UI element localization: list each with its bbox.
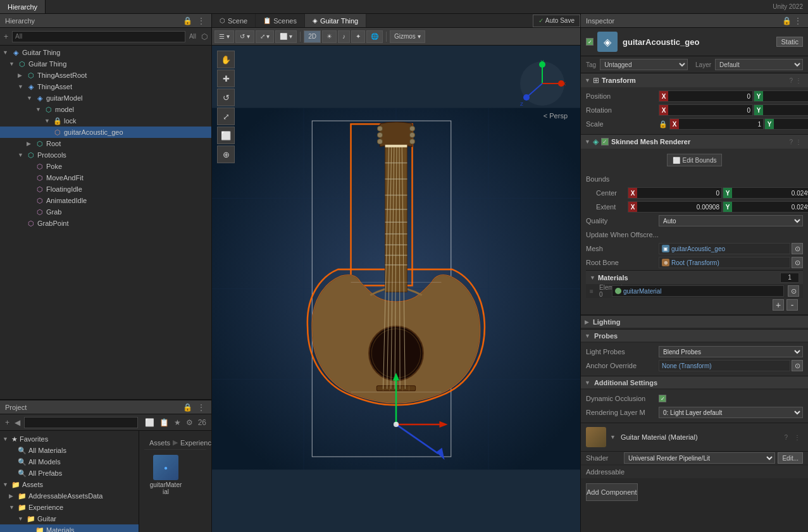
scene-tool-2d[interactable]: 2D	[304, 30, 321, 43]
scene-gizmos-btn[interactable]: Gizmos ▾	[390, 30, 425, 43]
tree-item-floating-idle[interactable]: ⬡ FloatingIdle	[0, 183, 211, 195]
transform-header[interactable]: ▼ ⊞ Transform ? ⋮	[581, 73, 808, 87]
bounds-extent-x-input[interactable]	[637, 202, 721, 212]
project-lock-btn[interactable]: 🔒	[182, 403, 194, 412]
scene-tool-rotate-btn[interactable]: ↺	[217, 89, 235, 106]
assets-materials-folder[interactable]: 📁 Materials	[0, 524, 139, 532]
shader-edit-btn[interactable]: Edit...	[778, 452, 803, 464]
tree-item-grab-point[interactable]: ⬡ GrabPoint	[0, 218, 211, 229]
rotation-y-input[interactable]	[763, 105, 808, 115]
tree-item-thing-asset-root[interactable]: ▶ ⬡ ThingAssetRoot	[0, 70, 211, 81]
assets-guitar[interactable]: ▼ 📁 Guitar	[0, 513, 139, 524]
rotation-x-input[interactable]	[668, 105, 752, 115]
tree-item-move-and-fit[interactable]: ⬡ MoveAndFit	[0, 172, 211, 183]
tree-item-guitar-model[interactable]: ▼ ◈ guitarModel	[0, 92, 211, 104]
materials-add-btn[interactable]: +	[773, 299, 784, 311]
favorites-all-models[interactable]: 🔍 All Models	[0, 456, 139, 467]
favorites-all-prefabs[interactable]: 🔍 All Prefabs	[0, 467, 139, 479]
hierarchy-lock-btn[interactable]: 🔒	[182, 16, 194, 25]
bounds-center-x-input[interactable]	[637, 188, 721, 198]
hierarchy-menu-btn[interactable]: ⋮	[196, 16, 206, 25]
project-add-btn[interactable]: +	[4, 418, 11, 427]
scene-tab-scenes[interactable]: 📋 Scenes	[256, 14, 305, 27]
asset-item-guitar-material[interactable]: ● guitarMaterial	[147, 452, 185, 498]
project-grid-btn[interactable]: ⬜	[144, 418, 156, 427]
project-search-input[interactable]	[24, 417, 138, 428]
tag-select[interactable]: Untagged	[600, 59, 688, 70]
quality-select[interactable]: Auto	[659, 215, 803, 226]
lighting-section-header[interactable]: ▶ Lighting	[581, 315, 808, 328]
favorites-all-materials[interactable]: 🔍 All Materials	[0, 445, 139, 456]
scene-tool-rect-btn[interactable]: ⬜	[217, 127, 235, 144]
transform-settings[interactable]: ⋮	[795, 77, 802, 84]
scene-tool-light[interactable]: ☀	[322, 30, 337, 43]
shader-select[interactable]: Universal Render Pipeline/Lit	[624, 452, 775, 464]
scene-tool-rect[interactable]: ⬜ ▾	[275, 30, 297, 43]
transform-help[interactable]: ?	[789, 77, 793, 84]
bounds-center-y-input[interactable]	[732, 188, 808, 198]
project-menu-btn[interactable]: ⋮	[196, 403, 206, 412]
assets-root[interactable]: ▼ 📁 Assets	[0, 479, 139, 490]
skinned-mesh-enabled[interactable]: ✓	[601, 138, 609, 145]
scene-tool-scale-btn[interactable]: ⤢	[217, 108, 235, 125]
hierarchy-collapse-btn[interactable]: ⬡	[200, 32, 209, 41]
scene-tab-guitar-thing[interactable]: ◈ Guitar Thing	[305, 14, 366, 27]
anchor-override-link-btn[interactable]: ⊙	[792, 360, 803, 371]
scene-tab-scene[interactable]: ⬡ Scene	[212, 14, 256, 27]
tree-item-model[interactable]: ▼ ⬡ model	[0, 104, 211, 115]
mesh-link-btn[interactable]: ⊙	[792, 243, 803, 254]
assets-addressable[interactable]: ▶ 📁 AddressableAssetsData	[0, 490, 139, 502]
additional-settings-header[interactable]: ▼ Additional Settings	[581, 376, 808, 388]
gameobject-enabled-checkbox[interactable]: ✓	[586, 38, 594, 46]
scale-y-input[interactable]	[774, 119, 808, 129]
tree-item-thing-asset[interactable]: ▼ ◈ ThingAsset	[0, 81, 211, 92]
scene-view[interactable]: ✋ ✚ ↺ ⤢ ⬜ ⊕ Y X	[212, 46, 580, 532]
position-x-input[interactable]	[668, 91, 752, 101]
scene-tool-rotate[interactable]: ↺ ▾	[235, 30, 254, 43]
skinned-mesh-settings[interactable]: ⋮	[795, 139, 802, 145]
scene-tool-hand[interactable]: ✋	[217, 51, 235, 68]
bounds-extent-y-input[interactable]	[732, 202, 808, 212]
inspector-menu-btn[interactable]: ⋮	[793, 16, 803, 25]
material-select-btn[interactable]: ⊙	[788, 285, 799, 297]
tree-item-protocols[interactable]: ▼ ⬡ Protocols	[0, 149, 211, 161]
add-component-btn[interactable]: Add Component	[586, 483, 638, 501]
tree-item-grab[interactable]: ⬡ Grab	[0, 206, 211, 218]
tab-hierarchy[interactable]: Hierarchy	[0, 0, 45, 13]
material-drag-handle[interactable]: ≡	[590, 288, 597, 295]
assets-experience[interactable]: ▼ 📁 Experience	[0, 502, 139, 513]
project-settings-btn[interactable]: ⚙	[185, 418, 194, 427]
inspector-lock-btn[interactable]: 🔒	[781, 16, 793, 25]
crumb-experience[interactable]: Experience	[180, 439, 211, 447]
project-back-btn[interactable]: ◀	[13, 418, 22, 427]
tree-item-guitar-acoustic[interactable]: ⬡ guitarAcoustic_geo	[0, 127, 211, 138]
tree-item-root[interactable]: ▶ ⬡ Root	[0, 138, 211, 149]
root-bone-link-btn[interactable]: ⊙	[792, 257, 803, 268]
auto-save-btn[interactable]: ✓ Auto Save	[533, 15, 580, 27]
scale-lock-icon[interactable]: 🔒	[659, 120, 668, 128]
scene-tool-move[interactable]: ✚	[217, 70, 235, 87]
hierarchy-filter-btn[interactable]: All	[188, 33, 197, 40]
tree-item-animated-idle[interactable]: ⬡ AnimatedIdle	[0, 195, 211, 206]
dynamic-occlusion-checkbox[interactable]: ✓	[659, 395, 666, 402]
guitar-mat-settings[interactable]: ⋮	[794, 434, 800, 441]
hierarchy-search-input[interactable]	[12, 31, 185, 42]
tree-item-guitar-thing-child[interactable]: ▼ ⬡ Guitar Thing	[0, 58, 211, 70]
probes-section-header[interactable]: ▼ Probes	[581, 329, 808, 342]
light-probes-select[interactable]: Blend Probes	[659, 346, 803, 357]
scene-tool-translate[interactable]: ☰ ▾	[214, 30, 234, 43]
tree-item-lock[interactable]: ▼ 🔒 lock	[0, 115, 211, 127]
crumb-assets[interactable]: Assets	[149, 439, 170, 447]
scene-tool-scale[interactable]: ⤢ ▾	[256, 30, 275, 43]
scale-x-input[interactable]	[679, 119, 763, 129]
edit-bounds-btn[interactable]: ⬜ Edit Bounds	[667, 154, 723, 166]
tree-item-poke[interactable]: ⬡ Poke	[0, 161, 211, 172]
materials-count-input[interactable]	[780, 273, 799, 283]
hierarchy-add-btn[interactable]: +	[3, 32, 9, 41]
scene-tool-custom[interactable]: ⊕	[217, 145, 235, 163]
project-star-btn[interactable]: ★	[173, 418, 182, 427]
favorites-header[interactable]: ▼ ★ Favorites	[0, 433, 139, 445]
scene-tool-fx[interactable]: ✦	[351, 30, 365, 43]
tree-item-guitar-thing-root[interactable]: ▼ ◈ Guitar Thing	[0, 47, 211, 58]
materials-remove-btn[interactable]: -	[786, 299, 798, 311]
